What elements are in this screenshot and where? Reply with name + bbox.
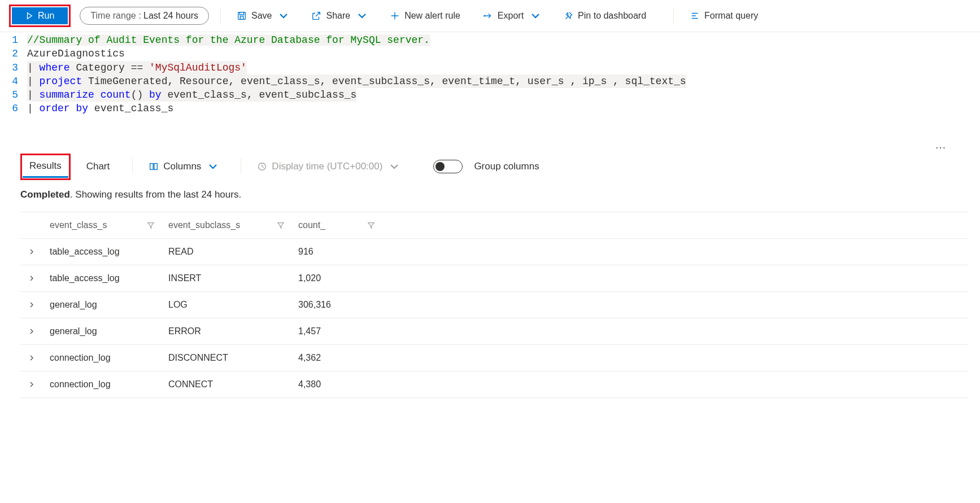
cell-count: 1,457 — [291, 318, 382, 344]
export-label: Export — [498, 11, 524, 21]
query-editor[interactable]: 1 //Summary of Audit Events for the Azur… — [0, 32, 980, 138]
cell-event-class: connection_log — [43, 371, 162, 397]
table-row[interactable]: table_access_logINSERT1,020 — [20, 265, 969, 291]
svg-rect-3 — [150, 164, 153, 170]
expand-row-button[interactable] — [20, 371, 43, 397]
save-button[interactable]: Save — [232, 8, 293, 23]
columns-button[interactable]: Columns — [149, 161, 218, 172]
svg-rect-4 — [154, 164, 157, 170]
table-row[interactable]: connection_logDISCONNECT4,362 — [20, 344, 969, 371]
share-icon — [311, 11, 321, 21]
column-header[interactable]: event_class_s — [43, 212, 162, 238]
chevron-right-icon — [29, 329, 34, 334]
save-icon — [237, 11, 247, 21]
cell-event-subclass: INSERT — [162, 265, 291, 291]
status-message: Completed. Showing results from the last… — [20, 189, 969, 200]
more-menu[interactable]: … — [20, 138, 969, 151]
line-number: 6 — [0, 102, 27, 115]
group-columns-toggle[interactable] — [433, 160, 463, 173]
table-header-row: event_class_s event_subclass_s count_ — [20, 212, 969, 238]
code-line: 5 | summarize count() by event_class_s, … — [0, 88, 980, 102]
status-rest: . Showing results from the last 24 hours… — [70, 189, 241, 200]
cell-event-class: connection_log — [43, 344, 162, 371]
tab-chart[interactable]: Chart — [80, 156, 117, 177]
column-header[interactable]: count_ — [291, 212, 382, 238]
run-button-highlight: Run — [9, 5, 71, 27]
table-row[interactable]: general_logLOG306,316 — [20, 291, 969, 318]
table-row[interactable]: table_access_logREAD916 — [20, 238, 969, 265]
format-icon — [690, 11, 700, 21]
time-range-value: Last 24 hours — [143, 11, 198, 20]
line-number: 1 — [0, 33, 27, 47]
run-button[interactable]: Run — [12, 7, 68, 24]
play-icon — [25, 12, 33, 20]
expand-column-header — [20, 212, 43, 238]
cell-count: 306,316 — [291, 291, 382, 318]
table-row[interactable]: general_logERROR1,457 — [20, 318, 969, 344]
time-range-label: Time range : — [90, 11, 141, 20]
plus-icon — [390, 11, 400, 21]
expand-row-button[interactable] — [20, 238, 43, 265]
cell-event-subclass: ERROR — [162, 318, 291, 344]
separator — [673, 8, 674, 24]
clock-icon — [257, 161, 267, 172]
svg-point-2 — [484, 15, 485, 16]
line-number: 5 — [0, 88, 27, 102]
chevron-down-icon — [278, 11, 289, 21]
code-line: 4 | project TimeGenerated, Resource, eve… — [0, 75, 980, 88]
chevron-right-icon — [29, 355, 34, 361]
cell-event-subclass: READ — [162, 238, 291, 265]
line-number: 3 — [0, 61, 27, 75]
time-range-selector[interactable]: Time range : Last 24 hours — [80, 7, 209, 25]
filter-icon[interactable] — [367, 221, 375, 229]
filter-icon[interactable] — [147, 221, 155, 229]
line-number: 4 — [0, 75, 27, 88]
cell-count: 4,380 — [291, 371, 382, 397]
new-alert-label: New alert rule — [404, 11, 460, 21]
new-alert-button[interactable]: New alert rule — [385, 8, 465, 23]
expand-row-button[interactable] — [20, 265, 43, 291]
cell-count: 916 — [291, 238, 382, 265]
run-button-label: Run — [38, 11, 54, 21]
share-label: Share — [326, 11, 350, 21]
expand-row-button[interactable] — [20, 291, 43, 318]
tab-results[interactable]: Results — [23, 156, 68, 178]
svg-rect-0 — [238, 12, 246, 20]
group-columns-label: Group columns — [474, 161, 539, 172]
save-label: Save — [251, 11, 272, 21]
cell-event-class: table_access_log — [43, 265, 162, 291]
format-label: Format query — [704, 11, 758, 21]
cell-event-class: table_access_log — [43, 238, 162, 265]
cell-event-class: general_log — [43, 318, 162, 344]
line-number: 2 — [0, 47, 27, 60]
pin-button[interactable]: Pin to dashboard — [559, 8, 651, 23]
column-header[interactable]: event_subclass_s — [162, 212, 291, 238]
query-toolbar: Run Time range : Last 24 hours Save Shar… — [0, 0, 980, 32]
code-string: 'MySqlAuditLogs' — [149, 62, 247, 73]
chevron-down-icon — [208, 161, 218, 172]
code-line: 3 | where Category == 'MySqlAuditLogs' — [0, 61, 980, 75]
column-header-spacer — [382, 212, 969, 238]
cell-event-subclass: CONNECT — [162, 371, 291, 397]
code-comment: //Summary of Audit Events for the Azure … — [27, 34, 430, 46]
code-keyword: order by — [40, 103, 88, 114]
code-keyword: where — [40, 62, 70, 73]
expand-row-button[interactable] — [20, 344, 43, 371]
toggle-knob — [435, 162, 445, 171]
separator — [241, 159, 241, 174]
export-button[interactable]: Export — [478, 8, 545, 23]
table-row[interactable]: connection_logCONNECT4,380 — [20, 371, 969, 397]
share-button[interactable]: Share — [307, 8, 372, 23]
format-query-button[interactable]: Format query — [685, 8, 763, 23]
filter-icon[interactable] — [277, 221, 285, 229]
display-time-button[interactable]: Display time (UTC+00:00) — [257, 161, 399, 172]
status-prefix: Completed — [20, 189, 70, 200]
chevron-right-icon — [29, 302, 34, 308]
chevron-down-icon — [389, 161, 399, 172]
expand-row-button[interactable] — [20, 318, 43, 344]
chevron-right-icon — [29, 249, 34, 255]
cell-event-subclass: LOG — [162, 291, 291, 318]
pin-label: Pin to dashboard — [578, 11, 646, 21]
pin-icon — [563, 11, 573, 21]
columns-icon — [149, 161, 159, 172]
